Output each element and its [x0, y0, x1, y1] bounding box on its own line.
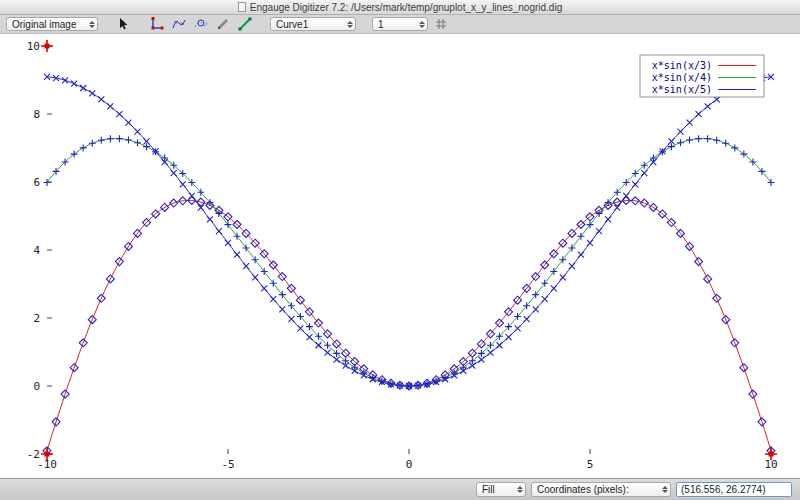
combo-arrows-icon	[657, 486, 668, 493]
axis-ticks: -10-50510-20246810	[27, 40, 778, 471]
select-tool-button[interactable]	[114, 16, 132, 32]
combo-arrows-icon	[414, 21, 425, 28]
series-x*sin(x/4)	[44, 135, 775, 389]
svg-text:8: 8	[33, 108, 40, 121]
titlebar[interactable]: Engauge Digitizer 7.2: /Users/mark/temp/…	[0, 0, 800, 15]
color-picker-tool-button[interactable]	[214, 16, 232, 32]
group-combo[interactable]: 1	[372, 17, 428, 31]
svg-text:x*sin(x/4): x*sin(x/4)	[652, 72, 712, 83]
grid-icon	[435, 18, 447, 30]
curve-point-icon	[172, 17, 186, 31]
segment-icon	[238, 17, 252, 31]
series-x*sin(x/3)	[43, 197, 775, 455]
segment-fill-tool-button[interactable]	[236, 16, 254, 32]
grid-settings-button[interactable]	[432, 16, 450, 32]
engauge-window: Engauge Digitizer 7.2: /Users/mark/temp/…	[0, 0, 800, 500]
group-combo-value: 1	[378, 19, 384, 30]
svg-text:2: 2	[33, 312, 40, 325]
svg-text:0: 0	[33, 380, 40, 393]
svg-text:5: 5	[587, 458, 594, 471]
svg-text:-2: -2	[27, 448, 40, 461]
axis-points	[41, 40, 777, 460]
chart-svg: -10-50510-20246810x*sin(x/3)x*sin(x/4)x*…	[0, 34, 800, 478]
point-match-icon	[194, 17, 208, 31]
chart-canvas[interactable]: -10-50510-20246810x*sin(x/3)x*sin(x/4)x*…	[0, 34, 800, 478]
window-title: Engauge Digitizer 7.2: /Users/mark/temp/…	[250, 2, 562, 13]
svg-text:4: 4	[33, 244, 40, 257]
pencil-icon	[216, 17, 230, 31]
svg-text:10: 10	[27, 40, 40, 53]
axis-point-tool-button[interactable]	[148, 16, 166, 32]
document-icon	[238, 2, 246, 12]
coordinates-combo-value: Coordinates (pixels):	[537, 484, 629, 495]
fill-combo-value: Fill	[482, 484, 495, 495]
toolbar: Original image Curve1 1	[0, 15, 800, 34]
fill-combo[interactable]: Fill	[476, 482, 526, 497]
svg-text:x*sin(x/3): x*sin(x/3)	[652, 60, 712, 71]
svg-text:0: 0	[406, 458, 413, 471]
series-x*sin(x/5)	[44, 74, 774, 389]
statusbar: Fill Coordinates (pixels): (516.556, 26.…	[0, 478, 800, 500]
curve-combo-value: Curve1	[276, 19, 308, 30]
coordinates-combo[interactable]: Coordinates (pixels):	[531, 482, 671, 497]
axes-icon	[150, 17, 164, 31]
combo-arrows-icon	[512, 486, 523, 493]
svg-text:-5: -5	[221, 458, 234, 471]
svg-text:x*sin(x/5): x*sin(x/5)	[652, 84, 712, 95]
coordinates-value-field: (516.556, 26.2774)	[676, 482, 792, 497]
background-combo-value: Original image	[12, 19, 76, 30]
background-combo[interactable]: Original image	[6, 17, 98, 31]
combo-arrows-icon	[342, 21, 353, 28]
curve-point-tool-button[interactable]	[170, 16, 188, 32]
svg-text:6: 6	[33, 176, 40, 189]
pointer-icon	[116, 17, 130, 31]
coordinates-value: (516.556, 26.2774)	[681, 484, 766, 495]
curve-combo[interactable]: Curve1	[270, 17, 356, 31]
combo-arrows-icon	[84, 21, 95, 28]
legend: x*sin(x/3)x*sin(x/4)x*sin(x/5)	[640, 55, 764, 97]
point-match-tool-button[interactable]	[192, 16, 210, 32]
